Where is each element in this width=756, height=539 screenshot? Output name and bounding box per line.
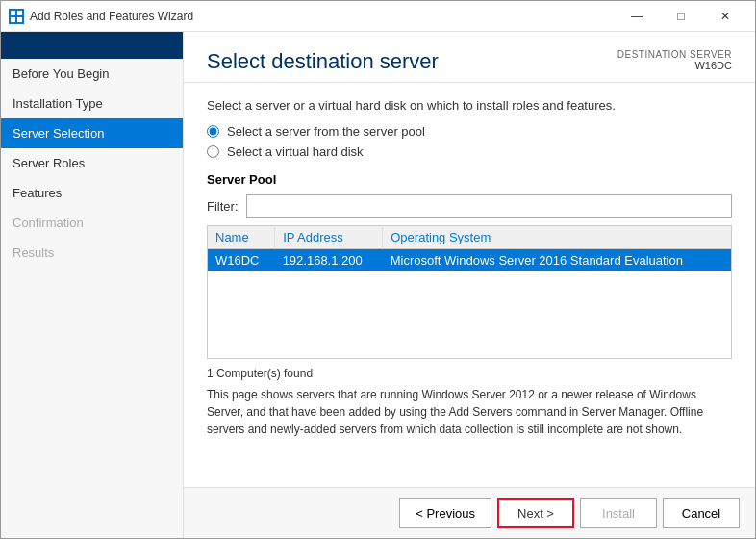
cell-name: W16DC [208,249,275,272]
close-button[interactable]: ✕ [703,1,747,32]
next-button[interactable]: Next > [497,498,574,528]
sidebar-item-features[interactable]: Features [1,178,183,208]
radio-server-pool[interactable]: Select a server from the server pool [207,124,732,139]
destination-server-info: DESTINATION SERVER W16DC [617,49,732,71]
sidebar-item-results: Results [1,238,183,268]
radio-vhd[interactable]: Select a virtual hard disk [207,144,732,159]
content-area: Before You Begin Installation Type Serve… [1,32,755,538]
col-name: Name [208,226,275,249]
previous-button[interactable]: < Previous [399,498,491,528]
table-row[interactable]: W16DC 192.168.1.200 Microsoft Windows Se… [208,249,732,272]
radio-group: Select a server from the server pool Sel… [207,124,732,159]
page-title: Select destination server [207,49,439,74]
sidebar-item-server-roles[interactable]: Server Roles [1,148,183,178]
window: Add Roles and Features Wizard — □ ✕ Befo… [0,0,756,539]
dest-server-name: W16DC [617,60,732,71]
radio-pool-label: Select a server from the server pool [227,124,425,139]
main-body: Select a server or a virtual hard disk o… [184,83,755,487]
filter-input[interactable] [246,194,733,218]
table-body: W16DC 192.168.1.200 Microsoft Windows Se… [208,249,732,359]
radio-pool-input[interactable] [207,125,219,138]
install-button[interactable]: Install [580,498,657,528]
sidebar-item-confirmation: Confirmation [1,208,183,238]
info-text: This page shows servers that are running… [207,386,732,438]
server-pool-title: Server Pool [207,172,732,187]
table-empty-row [208,271,732,358]
table-header: Name IP Address Operating System [208,226,732,249]
instruction-text: Select a server or a virtual hard disk o… [207,98,732,113]
sidebar-item-server-selection[interactable]: Server Selection [1,118,183,148]
main-panel: Select destination server DESTINATION SE… [184,32,755,538]
cancel-button[interactable]: Cancel [663,498,740,528]
sidebar-item-installation-type[interactable]: Installation Type [1,89,183,118]
server-pool-section: Server Pool Filter: Name IP Address Oper… [207,172,732,359]
svg-rect-3 [17,17,22,22]
filter-row: Filter: [207,194,732,218]
svg-rect-0 [11,11,15,15]
cell-os: Microsoft Windows Server 2016 Standard E… [383,249,732,272]
found-text: 1 Computer(s) found [207,367,732,380]
sidebar: Before You Begin Installation Type Serve… [1,32,184,538]
filter-label: Filter: [207,199,239,214]
col-ip: IP Address [275,226,383,249]
sidebar-item-before-you-begin[interactable]: Before You Begin [1,59,183,89]
sidebar-header [1,32,183,59]
col-os: Operating System [383,226,732,249]
svg-rect-2 [11,17,15,22]
radio-vhd-input[interactable] [207,145,219,158]
window-title: Add Roles and Features Wizard [30,10,615,23]
server-table: Name IP Address Operating System W16DC 1… [207,225,732,359]
dest-server-label: DESTINATION SERVER [617,49,732,60]
app-icon [9,9,24,24]
cell-ip: 192.168.1.200 [275,249,383,272]
minimize-button[interactable]: — [615,1,659,32]
svg-rect-1 [17,11,22,15]
titlebar: Add Roles and Features Wizard — □ ✕ [1,1,755,32]
maximize-button[interactable]: □ [659,1,703,32]
main-header: Select destination server DESTINATION SE… [184,32,755,83]
window-controls: — □ ✕ [615,1,747,32]
radio-vhd-label: Select a virtual hard disk [227,144,364,159]
footer: < Previous Next > Install Cancel [184,487,755,538]
